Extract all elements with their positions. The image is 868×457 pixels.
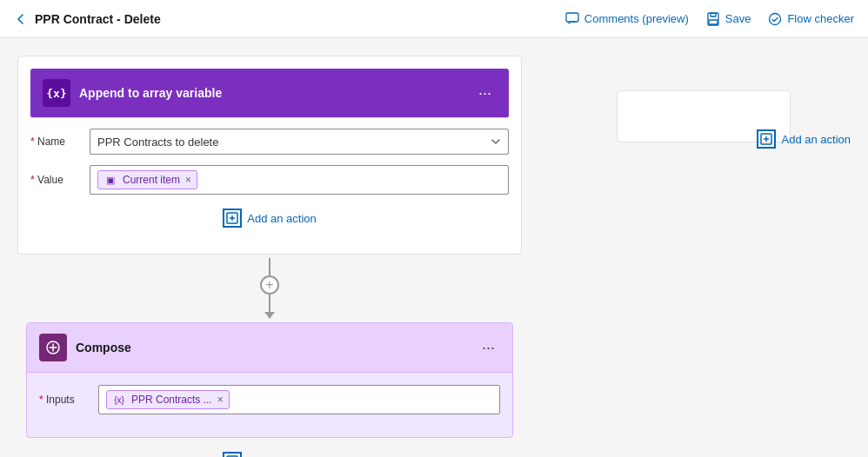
compose-add-action-icon (223, 452, 242, 457)
compose-add-action-container: Add an action (223, 452, 317, 457)
append-card-more-button[interactable]: ··· (473, 83, 497, 103)
compose-card-body: Inputs {x} PPR Contracts ... × (27, 373, 512, 437)
topbar-left: PPR Contract - Delete (14, 12, 161, 26)
compose-wrapper: Compose ··· Inputs {x} PPR Contracts ...… (26, 322, 513, 457)
svg-rect-0 (566, 13, 578, 22)
append-add-action-label: Add an action (247, 212, 317, 225)
current-item-close[interactable]: × (185, 175, 191, 185)
right-add-action-button[interactable]: Add an action (757, 129, 851, 149)
value-field-row: Value ▣ Current item × (30, 165, 509, 195)
compose-card: Compose ··· Inputs {x} PPR Contracts ...… (26, 322, 513, 438)
topbar: PPR Contract - Delete Comments (preview)… (0, 0, 868, 38)
right-add-action-container: Add an action (757, 129, 851, 149)
inputs-label: Inputs (39, 394, 91, 406)
connector-arrow-1 (264, 312, 275, 319)
current-item-icon: ▣ (103, 173, 117, 187)
ppr-contracts-label: PPR Contracts ... (131, 394, 212, 406)
back-button[interactable] (14, 12, 28, 26)
current-item-label: Current item (123, 174, 180, 186)
right-add-action-label: Add an action (781, 133, 851, 146)
right-panel: Add an action (539, 38, 868, 457)
svg-rect-2 (711, 13, 716, 17)
append-to-array-card: {x} Append to array variable ··· Name PP… (17, 56, 522, 255)
comments-label: Comments (preview) (584, 12, 689, 25)
right-add-action-icon (757, 129, 776, 149)
append-add-action-button[interactable]: Add an action (223, 209, 317, 228)
append-add-action-container: Add an action (30, 209, 509, 228)
svg-rect-1 (708, 13, 718, 25)
inputs-field-row: Inputs {x} PPR Contracts ... × (39, 385, 500, 414)
left-panel: {x} Append to array variable ··· Name PP… (0, 38, 539, 457)
svg-rect-3 (709, 20, 718, 24)
append-card-icon: {x} (43, 79, 70, 107)
current-item-tag: ▣ Current item × (97, 170, 197, 189)
flow-checker-label: Flow checker (787, 12, 854, 25)
append-card-title: Append to array variable (79, 86, 464, 100)
value-label: Value (30, 174, 83, 186)
comments-button[interactable]: Comments (preview) (565, 12, 689, 26)
connector-plus-1[interactable]: + (260, 275, 279, 295)
name-value: PPR Contracts to delete (97, 136, 218, 149)
flow-checker-button[interactable]: Flow checker (768, 12, 854, 26)
topbar-right: Comments (preview) Save Flow checker (565, 12, 854, 26)
name-field-row: Name PPR Contracts to delete (30, 129, 509, 155)
connector-line-2 (269, 295, 270, 312)
value-input[interactable]: ▣ Current item × (90, 165, 509, 195)
connector-1: + (260, 258, 279, 319)
compose-card-header: Compose ··· (27, 323, 512, 373)
compose-card-more-button[interactable]: ··· (477, 338, 500, 357)
compose-card-title: Compose (76, 341, 468, 354)
inputs-input[interactable]: {x} PPR Contracts ... × (98, 385, 500, 414)
save-label: Save (725, 12, 751, 25)
ppr-contracts-close[interactable]: × (217, 394, 224, 405)
compose-card-icon (39, 334, 67, 361)
connector-line-1 (269, 258, 270, 275)
page-title: PPR Contract - Delete (35, 12, 161, 26)
name-input[interactable]: PPR Contracts to delete (90, 129, 509, 155)
append-card-header: {x} Append to array variable ··· (30, 69, 509, 118)
ppr-contracts-icon: {x} (112, 393, 126, 407)
append-add-action-icon (223, 209, 242, 228)
canvas: {x} Append to array variable ··· Name PP… (0, 38, 868, 457)
svg-point-4 (770, 13, 781, 24)
compose-add-action-button[interactable]: Add an action (223, 452, 317, 457)
ppr-contracts-tag: {x} PPR Contracts ... × (106, 390, 230, 409)
save-button[interactable]: Save (706, 12, 751, 26)
name-label: Name (30, 136, 83, 148)
